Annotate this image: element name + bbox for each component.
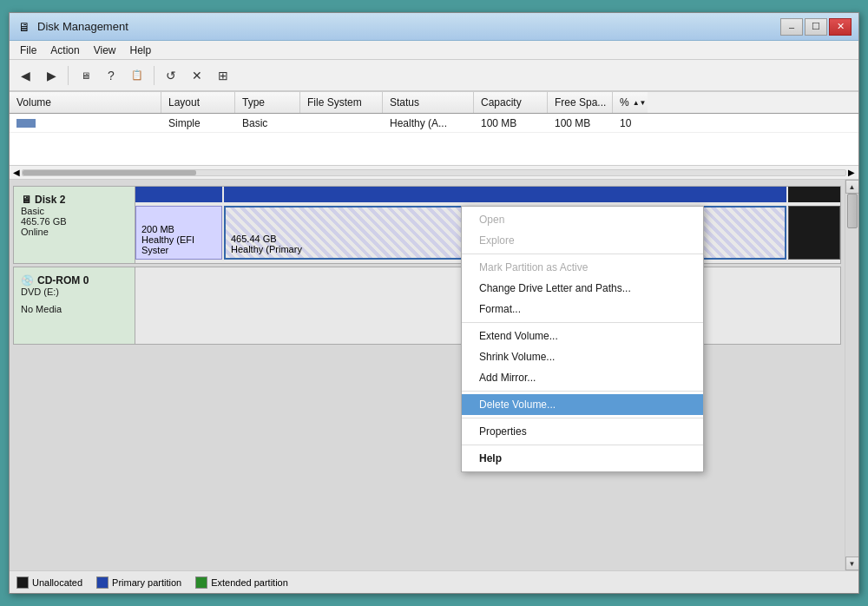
cell-fs: [300, 122, 383, 125]
ctx-sep-2: [462, 322, 703, 323]
disk-2-name: Disk 2: [35, 194, 65, 206]
maximize-button[interactable]: ☐: [805, 18, 827, 36]
col-volume[interactable]: Volume: [10, 92, 161, 113]
partition-efi[interactable]: 200 MB Healthy (EFI Syster: [135, 206, 222, 260]
legend-swatch-extended: [195, 576, 207, 589]
legend-primary: Primary partition: [96, 576, 181, 589]
toolbar-btn-3[interactable]: 📋: [125, 64, 149, 87]
cdrom-status: No Media: [21, 304, 128, 314]
disk-header-bar: [135, 187, 840, 202]
cell-layout: Simple: [161, 115, 235, 131]
window-title: Disk Management: [37, 20, 128, 33]
col-capacity[interactable]: Capacity: [474, 92, 548, 113]
header-unalloc: [788, 187, 840, 202]
minimize-button[interactable]: –: [780, 18, 803, 36]
ctx-sep-1: [462, 254, 703, 254]
partition-efi-size: 200 MB: [141, 224, 216, 234]
cdrom-drive: DVD (E:): [21, 287, 128, 297]
ctx-change-letter[interactable]: Change Drive Letter and Paths...: [462, 278, 703, 299]
disk-2-size: 465.76 GB: [21, 216, 128, 227]
ctx-open[interactable]: Open: [462, 209, 703, 230]
refresh-button[interactable]: ↺: [159, 64, 183, 87]
cell-volume: [10, 115, 161, 131]
disk-2-type: Basic: [21, 206, 128, 216]
header-primary: [224, 187, 786, 202]
cdrom-label: 💿 CD-ROM 0 DVD (E:) No Media: [14, 267, 135, 344]
cdrom-name: CD-ROM 0: [37, 274, 89, 287]
scroll-down[interactable]: ▼: [845, 557, 859, 570]
cell-free: 100 MB: [548, 115, 613, 131]
ctx-help[interactable]: Help: [462, 448, 703, 469]
title-controls: – ☐ ✕: [780, 18, 852, 36]
context-menu: Open Explore Mark Partition as Active Ch…: [461, 206, 704, 472]
cell-status: Healthy (A...: [383, 115, 474, 131]
hdd-icon: 🖥: [21, 194, 31, 206]
forward-button[interactable]: ▶: [39, 64, 63, 87]
toolbar-btn-1[interactable]: 🖥: [73, 64, 97, 87]
legend-unallocated: Unallocated: [16, 576, 82, 589]
col-pct[interactable]: %▲▼: [613, 92, 648, 113]
ctx-mark-active[interactable]: Mark Partition as Active: [462, 257, 703, 278]
menu-view[interactable]: View: [87, 43, 123, 58]
menu-action[interactable]: Action: [43, 43, 86, 58]
vertical-scrollbar[interactable]: ▲ ▼: [845, 180, 858, 570]
legend-label-primary: Primary partition: [112, 577, 181, 588]
legend-bar: Unallocated Primary partition Extended p…: [10, 570, 858, 593]
close-button[interactable]: ✕: [829, 18, 852, 36]
back-button[interactable]: ◀: [13, 64, 37, 87]
toolbar: ◀ ▶ 🖥 ? 📋 ↺ ✕ ⊞: [10, 60, 858, 91]
col-layout[interactable]: Layout: [161, 92, 235, 113]
ctx-extend[interactable]: Extend Volume...: [462, 326, 703, 346]
disk-2-status: Online: [21, 227, 128, 237]
cd-icon: 💿: [21, 274, 34, 287]
cell-type: Basic: [235, 115, 300, 131]
disk-panel: 🖥 Disk 2 Basic 465.76 GB Online: [10, 180, 845, 570]
ctx-sep-3: [462, 391, 703, 392]
ctx-explore[interactable]: Explore: [462, 230, 703, 251]
scroll-up[interactable]: ▲: [845, 180, 859, 194]
col-fs[interactable]: File System: [300, 92, 383, 113]
scroll-track: [845, 194, 858, 557]
menu-bar: File Action View Help: [10, 41, 858, 60]
legend-label-unallocated: Unallocated: [32, 577, 82, 588]
toolbar-separator-1: [68, 66, 69, 85]
partition-efi-label: Healthy (EFI Syster: [141, 234, 216, 255]
toolbar-separator-2: [154, 66, 155, 85]
legend-label-extended: Extended partition: [211, 577, 288, 588]
disk-2-row: 🖥 Disk 2 Basic 465.76 GB Online: [13, 186, 841, 264]
table-area: Simple Basic Healthy (A... 100 MB 100 MB…: [10, 114, 858, 166]
scroll-thumb[interactable]: [847, 194, 858, 228]
ctx-add-mirror[interactable]: Add Mirror...: [462, 367, 703, 388]
col-type[interactable]: Type: [235, 92, 300, 113]
col-status[interactable]: Status: [383, 92, 474, 113]
app-icon: 🖥: [16, 19, 32, 35]
menu-help[interactable]: Help: [123, 43, 159, 58]
table-header: Volume Layout Type File System Status Ca…: [10, 91, 858, 114]
table-row[interactable]: Simple Basic Healthy (A... 100 MB 100 MB…: [10, 114, 858, 133]
legend-swatch-primary: [96, 576, 108, 589]
delete-button[interactable]: ✕: [185, 64, 209, 87]
horizontal-scrollbar[interactable]: ◀ ▶: [10, 166, 858, 180]
menu-file[interactable]: File: [13, 43, 43, 58]
col-free[interactable]: Free Spa...: [548, 92, 613, 113]
ctx-sep-5: [462, 445, 703, 445]
cdrom-row: 💿 CD-ROM 0 DVD (E:) No Media: [13, 267, 841, 345]
disk-2-label: 🖥 Disk 2 Basic 465.76 GB Online: [14, 187, 135, 263]
ctx-properties[interactable]: Properties: [462, 421, 703, 442]
disk-area: 🖥 Disk 2 Basic 465.76 GB Online: [10, 180, 858, 570]
legend-extended: Extended partition: [195, 576, 288, 589]
cell-pct: 10: [613, 115, 648, 131]
properties-button[interactable]: ⊞: [211, 64, 235, 87]
title-bar: 🖥 Disk Management – ☐ ✕: [10, 13, 858, 41]
ctx-shrink[interactable]: Shrink Volume...: [462, 346, 703, 367]
toolbar-btn-2[interactable]: ?: [99, 64, 123, 87]
ctx-format[interactable]: Format...: [462, 299, 703, 319]
ctx-sep-4: [462, 418, 703, 418]
partition-unallocated[interactable]: [788, 206, 840, 260]
header-efi: [135, 187, 222, 202]
cell-capacity: 100 MB: [474, 115, 548, 131]
legend-swatch-unallocated: [16, 576, 29, 589]
ctx-delete-volume[interactable]: Delete Volume...: [462, 394, 703, 415]
